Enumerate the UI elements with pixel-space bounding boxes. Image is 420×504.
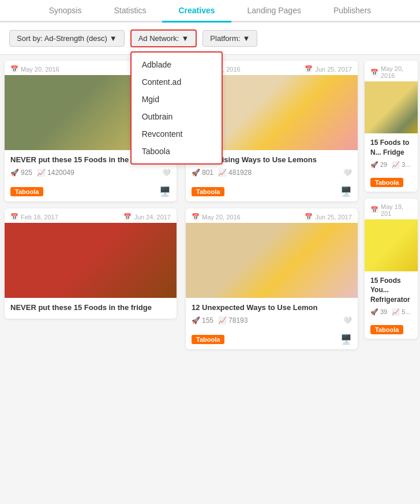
card-2-2-tag: Taboola	[192, 335, 224, 344]
card-1-1-stat-trend: 📈 1420049	[37, 169, 74, 177]
tab-publishers[interactable]: Publishers	[317, 0, 387, 23]
rocket-icon: 🚀	[370, 161, 378, 169]
card-3-2-header: 📅 May 19, 201	[365, 199, 418, 219]
card-1-2-date-end: 📅 Jun 24, 2017	[123, 213, 171, 221]
dropdown-item-revcontent[interactable]: Revcontent	[132, 125, 222, 143]
calendar-icon: 📅	[305, 65, 313, 73]
sort-arrow: ▼	[110, 34, 117, 43]
tab-landing-pages[interactable]: Landing Pages	[231, 0, 317, 23]
calendar-icon: 📅	[370, 69, 378, 76]
card-1-2-image	[5, 223, 177, 298]
toolbar: Sort by: Ad-Strength (desc) ▼ Ad Network…	[0, 23, 420, 55]
dropdown-item-content-ad[interactable]: Content.ad	[132, 73, 222, 91]
calendar-icon: 📅	[10, 213, 18, 221]
card-3-2-stat-strength: 🚀 39	[370, 308, 387, 316]
card-2-1-date-end: 📅 Jun 25, 2017	[305, 65, 352, 73]
card-3-1-header: 📅 May 20, 2016	[365, 61, 418, 81]
trend-icon: 📈	[37, 169, 46, 177]
card-1-1-stats: 🚀 925 📈 1420049 🤍	[10, 169, 171, 177]
adnetwork-dropdown-menu: Adblade Content.ad Mgid Outbrain Revcont…	[130, 51, 223, 165]
calendar-icon: 📅	[192, 213, 200, 221]
card-1-2-date-start: 📅 Feb 18, 2017	[10, 213, 58, 221]
card-2-2-footer: Taboola 🖥️	[186, 331, 358, 349]
dropdown-item-adblade[interactable]: Adblade	[132, 56, 222, 73]
card-3-1-title: 15 Foods to N... Fridge	[370, 138, 412, 158]
adnetwork-arrow: ▼	[181, 34, 189, 43]
dropdown-item-taboola[interactable]: Taboola	[132, 143, 222, 160]
card-2-2-stat-trend: 📈 78193	[218, 316, 247, 324]
adnetwork-dropdown-wrapper: Ad Network: ▼ Adblade Content.ad Mgid Ou…	[130, 29, 197, 47]
monitor-icon-3: 🖥️	[340, 334, 352, 345]
dropdown-item-outbrain[interactable]: Outbrain	[132, 108, 222, 125]
sort-label: Sort by: Ad-Strength (desc)	[17, 34, 107, 43]
card-3-1-tag: Taboola	[370, 178, 403, 187]
card-3-2-body: 15 Foods You... Refrigerator 🚀 39 📈 5...	[365, 271, 418, 323]
card-1-2: 📅 Feb 18, 2017 📅 Jun 24, 2017 NEVER put …	[5, 208, 177, 319]
dropdown-item-mgid[interactable]: Mgid	[132, 91, 222, 108]
tab-creatives[interactable]: Creatives	[162, 0, 231, 23]
adnetwork-label: Ad Network:	[138, 34, 179, 43]
card-2-2-title: 12 Unexpected Ways to Use Lemon	[192, 303, 352, 313]
card-2-2: 📅 May 20, 2016 📅 Jun 25, 2017 12 Unexpec…	[186, 208, 358, 349]
card-2-1-tag: Taboola	[192, 187, 224, 196]
card-1-2-title: NEVER put these 15 Foods in the fridge	[10, 303, 171, 313]
calendar-icon: 📅	[10, 65, 18, 73]
card-1-1-footer: Taboola 🖥️	[5, 184, 177, 201]
rocket-icon: 🚀	[192, 316, 200, 324]
card-3-2-footer: Taboola	[365, 323, 418, 339]
trend-icon: 📈	[392, 308, 400, 316]
card-3-2-stat-trend: 📈 5...	[392, 308, 410, 316]
card-3-1-stat-strength: 🚀 29	[370, 161, 387, 169]
trend-icon: 📈	[218, 169, 227, 177]
card-2-1-footer: Taboola 🖥️	[186, 184, 358, 201]
platform-label: Platform:	[210, 34, 240, 43]
card-2-2-stat-strength: 🚀 155	[192, 316, 213, 324]
card-1-2-header: 📅 Feb 18, 2017 📅 Jun 24, 2017	[5, 208, 177, 223]
sort-button[interactable]: Sort by: Ad-Strength (desc) ▼	[9, 30, 125, 47]
adnetwork-button[interactable]: Ad Network: ▼	[130, 29, 197, 47]
card-3-2-date-start: 📅 May 19, 201	[370, 203, 412, 217]
rocket-icon: 🚀	[370, 308, 378, 316]
card-3-2: 📅 May 19, 201 15 Foods You... Refrigerat…	[365, 199, 418, 339]
card-2-1-heart-icon[interactable]: 🤍	[343, 169, 352, 177]
monitor-icon: 🖥️	[159, 186, 171, 197]
card-2-2-image	[186, 223, 358, 298]
column-3: 📅 May 20, 2016 15 Foods to N... Fridge 🚀…	[362, 55, 420, 355]
card-1-1-heart-icon[interactable]: 🤍	[162, 169, 171, 177]
card-1-1-tag: Taboola	[10, 187, 43, 196]
card-3-1-date-start: 📅 May 20, 2016	[370, 65, 412, 79]
card-2-2-date-start: 📅 May 20, 2016	[192, 213, 241, 221]
card-3-2-image	[365, 219, 418, 271]
card-2-2-stats: 🚀 155 📈 78193 🤍	[192, 316, 352, 324]
card-2-1-stats: 🚀 801 📈 481928 🤍	[192, 169, 352, 177]
card-3-2-stats: 🚀 39 📈 5...	[370, 308, 412, 316]
card-3-1: 📅 May 20, 2016 15 Foods to N... Fridge 🚀…	[365, 61, 418, 192]
card-3-1-footer: Taboola	[365, 176, 418, 192]
card-2-1-stat-strength: 🚀 801	[192, 169, 213, 177]
trend-icon: 📈	[392, 161, 400, 169]
card-2-2-date-end: 📅 Jun 25, 2017	[305, 213, 352, 221]
tab-statistics[interactable]: Statistics	[97, 0, 162, 23]
tab-synopsis[interactable]: Synopsis	[33, 0, 98, 23]
card-3-1-stat-trend: 📈 3...	[392, 161, 410, 169]
nav-tabs: Synopsis Statistics Creatives Landing Pa…	[0, 0, 420, 23]
card-1-1-stat-strength: 🚀 925	[10, 169, 32, 177]
card-3-2-tag: Taboola	[370, 325, 403, 334]
platform-arrow: ▼	[242, 34, 250, 43]
card-2-2-heart-icon[interactable]: 🤍	[343, 316, 352, 324]
card-2-2-body: 12 Unexpected Ways to Use Lemon 🚀 155 📈 …	[186, 298, 358, 331]
rocket-icon: 🚀	[192, 169, 200, 177]
calendar-icon: 📅	[370, 206, 378, 214]
trend-icon: 📈	[218, 316, 227, 324]
card-3-1-body: 15 Foods to N... Fridge 🚀 29 📈 3...	[365, 133, 418, 176]
monitor-icon-2: 🖥️	[340, 186, 352, 197]
rocket-icon: 🚀	[10, 169, 19, 177]
card-1-2-body: NEVER put these 15 Foods in the fridge	[5, 298, 177, 319]
card-2-2-header: 📅 May 20, 2016 📅 Jun 25, 2017	[186, 208, 358, 223]
card-3-1-stats: 🚀 29 📈 3...	[370, 161, 412, 169]
calendar-icon: 📅	[305, 213, 313, 221]
card-2-1-stat-trend: 📈 481928	[218, 169, 252, 177]
card-3-1-image	[365, 81, 418, 133]
platform-button[interactable]: Platform: ▼	[202, 30, 257, 47]
calendar-icon: 📅	[123, 213, 132, 221]
